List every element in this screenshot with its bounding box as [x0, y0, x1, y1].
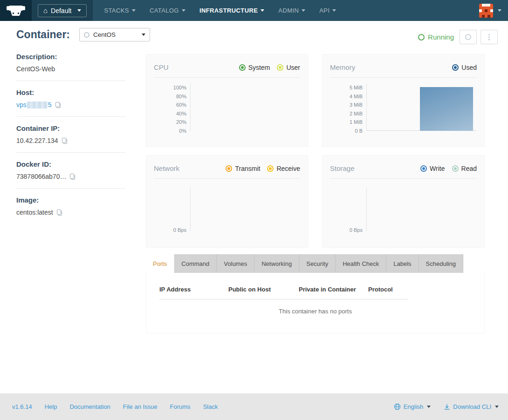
download-icon: [444, 404, 450, 410]
copy-ip-button[interactable]: [62, 137, 68, 144]
storage-chart-card: Storage Write Read 0 Bps: [322, 155, 485, 248]
tab-security[interactable]: Security: [299, 254, 336, 273]
used-radio-icon: [452, 64, 459, 71]
nav-catalog[interactable]: CATALOG: [150, 7, 185, 14]
tab-scheduling[interactable]: Scheduling: [419, 254, 463, 273]
chevron-down-icon: [302, 9, 305, 12]
container-select-value: CentOS: [93, 31, 116, 38]
restart-icon: [465, 34, 471, 40]
legend-system[interactable]: System: [239, 64, 270, 71]
ports-table-header: IP Address Public on Host Private in Con…: [159, 286, 408, 299]
network-axis-line: [190, 188, 191, 231]
nav-api[interactable]: API: [319, 7, 336, 14]
legend-write[interactable]: Write: [420, 165, 445, 172]
transmit-radio-icon: [226, 165, 232, 172]
download-cli-menu[interactable]: Download CLI: [444, 403, 499, 410]
tab-networking[interactable]: Networking: [254, 254, 299, 273]
legend-transmit[interactable]: Transmit: [226, 165, 260, 172]
ports-empty-message: This container has no ports: [146, 308, 484, 315]
legend-receive[interactable]: Receive: [267, 165, 300, 172]
nav-admin[interactable]: ADMIN: [278, 7, 305, 14]
file-an-issue-link[interactable]: File an Issue: [123, 403, 158, 410]
nav-stacks[interactable]: STACKS: [104, 7, 135, 14]
status-badge: Running: [418, 33, 454, 41]
memory-chart-card: Memory Used 5 MiB 4 MiB 3 MiB 2 MiB 1 Mi…: [322, 54, 485, 147]
host-name-suffix: 5: [48, 101, 52, 108]
legend-read[interactable]: Read: [452, 165, 477, 172]
metrics-grid: CPU System User 100% 80% 60% 40% 20% 0%: [146, 54, 485, 248]
network-chart-card: Network Transmit Receive 0 Bps: [146, 155, 308, 248]
chevron-down-icon: [77, 9, 81, 12]
container-ip-value: 10.42.227.134: [16, 137, 58, 144]
environment-zone: ⌂ Default: [32, 0, 93, 21]
nav-admin-label: ADMIN: [278, 7, 299, 14]
cpu-axis-line: [190, 83, 191, 131]
forums-link[interactable]: Forums: [170, 403, 191, 410]
col-public-on-host: Public on Host: [228, 286, 299, 293]
host-label: Host:: [16, 88, 125, 96]
docker-id-value: 73878066ab70…: [16, 173, 66, 180]
legend-user[interactable]: User: [277, 64, 300, 71]
col-private-in-container: Private in Container: [299, 286, 368, 293]
clipboard-icon: [62, 137, 68, 144]
tab-volumes[interactable]: Volumes: [217, 254, 254, 273]
host-link[interactable]: vps5: [16, 101, 52, 108]
slack-link[interactable]: Slack: [203, 403, 218, 410]
write-radio-icon: [420, 165, 427, 172]
documentation-link[interactable]: Documentation: [69, 403, 110, 410]
chevron-down-icon: [498, 9, 501, 12]
chevron-down-icon: [427, 406, 431, 408]
running-state-icon: [418, 34, 425, 41]
version-link[interactable]: v1.6.14: [12, 403, 32, 410]
chevron-down-icon: [182, 9, 185, 12]
cpu-y-axis: 100% 80% 60% 40% 20% 0%: [146, 83, 186, 135]
description-value: CentOS-Web: [16, 65, 125, 73]
storage-chart-title: Storage: [330, 164, 355, 172]
read-radio-icon: [452, 165, 459, 172]
copy-host-button[interactable]: [55, 102, 61, 108]
nav-api-label: API: [319, 7, 330, 14]
environment-label: Default: [51, 7, 71, 14]
top-navbar: ⌂ Default STACKS CATALOG INFRASTRUCTURE …: [0, 0, 508, 21]
image-block: Image: centos:latest: [16, 196, 125, 224]
page-title: Container:: [16, 28, 70, 41]
storage-chart: 0 Bps: [323, 179, 484, 244]
actions-menu-button[interactable]: ⋮: [481, 30, 498, 44]
user-menu[interactable]: [479, 4, 501, 18]
container-select[interactable]: CentOS: [79, 28, 150, 41]
tab-ports[interactable]: Ports: [146, 254, 174, 273]
nav-infrastructure[interactable]: INFRASTRUCTURE: [199, 7, 264, 14]
network-chart-title: Network: [154, 164, 179, 172]
nav-stacks-label: STACKS: [104, 7, 129, 14]
legend-used[interactable]: Used: [452, 64, 477, 71]
legend-write-label: Write: [430, 165, 445, 172]
restart-button[interactable]: [460, 30, 477, 44]
chevron-down-icon: [132, 9, 136, 12]
container-state-icon: [84, 32, 89, 38]
environment-selector[interactable]: ⌂ Default: [38, 4, 87, 17]
system-radio-icon: [239, 64, 246, 71]
image-label: Image:: [16, 196, 125, 204]
user-radio-icon: [277, 64, 283, 71]
chevron-down-icon: [261, 9, 264, 12]
help-link[interactable]: Help: [45, 403, 57, 410]
rancher-logo[interactable]: [0, 0, 32, 21]
avatar[interactable]: [479, 4, 493, 18]
language-selector[interactable]: English: [394, 403, 431, 410]
page-header: Container: CentOS: [16, 28, 150, 41]
tab-bar: Ports Command Volumes Networking Securit…: [146, 254, 463, 273]
copy-image-button[interactable]: [56, 209, 62, 216]
tab-labels[interactable]: Labels: [386, 254, 419, 273]
memory-axis-line: [366, 83, 367, 131]
tab-health-check[interactable]: Health Check: [336, 254, 386, 273]
copy-docker-id-button[interactable]: [69, 173, 76, 180]
chevron-down-icon: [142, 34, 145, 36]
chevron-down-icon: [332, 9, 336, 12]
storage-y-tick: 0 Bps: [323, 227, 363, 233]
receive-radio-icon: [267, 165, 274, 172]
legend-transmit-label: Transmit: [235, 165, 260, 172]
language-label: English: [404, 403, 424, 410]
header-actions: Running ⋮: [418, 30, 498, 44]
tab-command[interactable]: Command: [174, 254, 217, 273]
storage-axis-line: [366, 188, 367, 231]
